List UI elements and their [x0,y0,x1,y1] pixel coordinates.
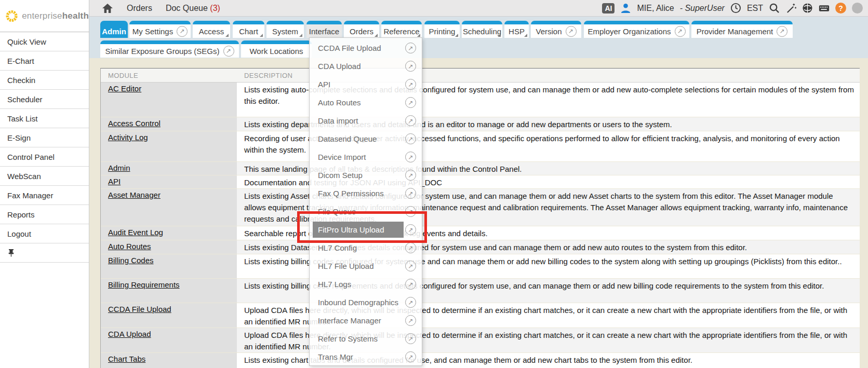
sidebar-item-reports[interactable]: Reports [0,205,89,224]
menu-item-refer-to-systems[interactable]: Refer to Systems [310,330,422,348]
sidebar-item-checkin[interactable]: Checkin [0,71,89,90]
external-link-icon[interactable] [405,43,416,53]
tab-chart[interactable]: Chart [233,21,264,38]
tab-admin[interactable]: Admin [100,21,128,38]
home-icon[interactable] [102,3,113,13]
dropdown-corner-icon [417,34,420,37]
menu-item-hl7-logs[interactable]: HL7 Logs [310,275,422,293]
sidebar-item-webscan[interactable]: WebScan [0,167,89,186]
table-row: Chart Tabs Lists existing chart tabs and… [101,353,860,368]
tab-my-settings[interactable]: My Settings [129,21,191,38]
tab-interface[interactable]: Interface [306,21,342,38]
table-row: AC Editor Lists existing auto-complete s… [101,83,860,117]
menu-item-hl7-file-upload[interactable]: HL7 File Upload [310,257,422,275]
module-link-billing-requirements[interactable]: Billing Requirements [108,280,180,289]
module-link-auto-routes[interactable]: Auto Routes [108,242,151,251]
sidebar-item-fax-manager[interactable]: Fax Manager [0,186,89,205]
menu-item-cda-upload[interactable]: CDA Upload [310,57,422,75]
tab-system[interactable]: System [266,21,304,38]
external-link-icon[interactable] [405,97,416,108]
user-name[interactable]: MIE, Alice [637,4,674,13]
tab-orders[interactable]: Orders [344,21,379,38]
external-link-icon[interactable] [405,152,416,162]
sidebar-pin[interactable] [0,243,89,263]
external-link-icon[interactable] [405,261,416,271]
menu-item-hl7-config[interactable]: HL7 Config [310,239,422,257]
module-link-audit-event-log[interactable]: Audit Event Log [108,228,163,237]
external-link-icon[interactable] [405,315,416,326]
menu-item-api[interactable]: API [310,75,422,93]
external-link-icon[interactable] [405,79,416,90]
module-link-ac-editor[interactable]: AC Editor [108,84,141,93]
top-bar: Orders Doc Queue (3) AI MIE, Alice - Sup… [89,0,868,17]
menu-item-file-queue[interactable]: File Queue [310,202,422,221]
menu-item-interface-manager[interactable]: Interface Manager [310,311,422,330]
tab-scheduling[interactable]: Scheduling [462,21,502,38]
module-link-chart-tabs[interactable]: Chart Tabs [108,355,145,363]
module-link-activity-log[interactable]: Activity Log [108,133,148,142]
table-row: Audit Event Log Searchable report of aud… [101,226,860,240]
nav-orders[interactable]: Orders [127,4,152,13]
menu-item-device-import[interactable]: Device Import [310,148,422,166]
external-link-icon[interactable] [405,351,416,362]
menu-item-dicom-setup[interactable]: Dicom Setup [310,166,422,184]
dropdown-corner-icon [455,34,458,37]
external-link-icon[interactable] [405,188,416,199]
tab-bar: Admin My Settings Access Chart System In… [89,17,868,58]
module-link-admin[interactable]: Admin [108,163,130,172]
tab-version[interactable]: Version [531,21,581,38]
menu-item-data-import[interactable]: Data import [310,112,422,130]
search-icon[interactable] [769,3,780,13]
table-row: Admin This same landing page of all tabs… [101,162,860,175]
tab-printing[interactable]: Printing [424,21,460,38]
external-link-icon[interactable] [405,115,416,126]
menu-item-auto-routes[interactable]: Auto Routes [310,93,422,112]
menu-item-trans-mgr[interactable]: Trans Mgr [310,348,422,366]
external-link-icon[interactable] [405,61,416,72]
sidebar-item-logout[interactable]: Logout [0,224,89,243]
external-link-icon[interactable] [405,133,416,144]
external-link-icon[interactable] [405,242,416,253]
module-link-cda-upload[interactable]: CDA Upload [108,330,151,338]
sidebar-item-e-sign[interactable]: E-Sign [0,128,89,147]
magic-wand-icon[interactable] [785,3,796,13]
column-header-module: MODULE [101,72,237,79]
help-icon[interactable]: ? [835,3,846,13]
external-link-icon[interactable] [405,206,416,217]
module-link-access-control[interactable]: Access Control [108,119,161,128]
tab-employer-organizations[interactable]: Employer Organizations [584,21,689,38]
menu-item-datasend-queue[interactable]: Datasend Queue [310,130,422,148]
keyboard-icon[interactable] [819,3,830,13]
external-link-icon[interactable] [405,279,416,290]
module-link-asset-manager[interactable]: Asset Manager [108,190,161,199]
menu-item-fax-q-permissions[interactable]: Fax Q Permissions [310,184,422,202]
sidebar-item-scheduler[interactable]: Scheduler [0,90,89,109]
menu-item-fitpro-ultra-upload[interactable]: FitPro Ultra Upload [310,221,422,239]
sidebar-item-control-panel[interactable]: Control Panel [0,147,89,167]
user-icon[interactable] [620,3,631,13]
ai-badge[interactable]: AI [602,3,615,13]
sidebar-item-quick-view[interactable]: Quick View [0,32,89,51]
tab-provider-management[interactable]: Provider Management [691,21,793,38]
nav-doc-queue[interactable]: Doc Queue (3) [166,4,220,13]
tab-work-locations[interactable]: Work Locations [241,40,312,58]
module-link-ccda-file-upload[interactable]: CCDA File Upload [108,305,171,314]
tab-reference[interactable]: Reference [381,21,422,38]
globe-icon[interactable] [802,3,813,13]
tab-hsp[interactable]: HSP [504,21,529,38]
tab-access[interactable]: Access [193,21,230,38]
sidebar-item-e-chart[interactable]: E-Chart [0,51,89,71]
tab-similar-exposure-groups[interactable]: Similar Exposure Groups (SEGs) [100,40,239,58]
status-circle-icon[interactable] [852,3,863,13]
external-link-icon[interactable] [405,333,416,344]
menu-item-ccda-file-upload[interactable]: CCDA File Upload [310,39,422,57]
module-link-api[interactable]: API [108,177,121,186]
external-link-icon[interactable] [405,297,416,308]
clock-icon[interactable] [730,3,741,13]
brand-logo: enterprisehealth [0,0,89,32]
sidebar-item-task-list[interactable]: Task List [0,109,89,128]
external-link-icon[interactable] [405,170,416,181]
module-link-billing-codes[interactable]: Billing Codes [108,256,154,265]
external-link-icon[interactable] [405,224,416,235]
menu-item-inbound-demographics[interactable]: Inbound Demographics [310,293,422,311]
